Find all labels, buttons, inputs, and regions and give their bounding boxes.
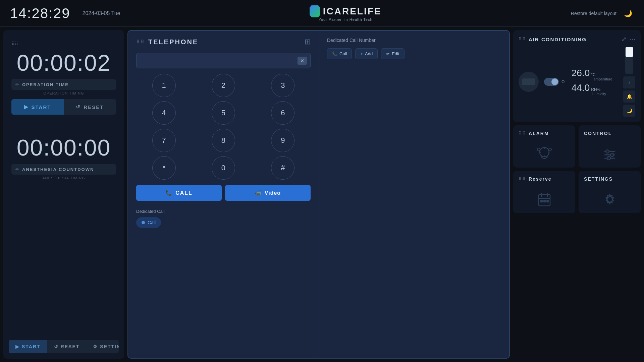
- dedicated-number-section: Dedicated Call Number 📞 Call + Add ✏ Ed: [327, 38, 501, 59]
- reserve-title: ⠿⠿ Reserve: [519, 176, 552, 182]
- reserve-header: ⠿⠿ Reserve: [519, 176, 570, 182]
- telephone-right: Dedicated Call Number 📞 Call + Add ✏ Ed: [319, 31, 509, 358]
- play-icon: ▶: [24, 104, 29, 110]
- ac-toggle-row: O: [544, 78, 565, 86]
- moon-icon[interactable]: 🌙: [622, 7, 634, 19]
- alarm-header: ⠿⠿ ALARM: [519, 131, 570, 136]
- operation-timer-buttons: ▶ START ↺ RESET: [11, 99, 116, 115]
- dial-btn-4[interactable]: 4: [152, 101, 176, 125]
- settings-title-text: SETTINGS: [584, 176, 613, 182]
- dial-btn-8[interactable]: 8: [212, 129, 235, 152]
- telephone-expand-button[interactable]: ⊞: [305, 38, 311, 46]
- ac-slider[interactable]: [625, 47, 633, 74]
- ac-music-icon[interactable]: ♪: [623, 76, 635, 88]
- dial-btn-0[interactable]: 0: [212, 156, 235, 180]
- header-logo: ICARELIFE Your Partner in Health Tech: [310, 5, 382, 21]
- telephone-left: ⠿⠿ TELEPHONE ⊞ ✕ 1 2 3 4 5 6 7: [128, 31, 319, 358]
- dedicated-call-button[interactable]: Call: [136, 217, 161, 228]
- logo-icon: [310, 5, 320, 17]
- reserve-drag-handle: ⠿⠿: [519, 177, 526, 181]
- bottom-buttons: ▶ START ↺ RESET ⚙ SETTINGS: [9, 340, 119, 353]
- reserve-title-text: Reserve: [529, 176, 552, 182]
- dedicated-call-action-button[interactable]: 📞 Call: [327, 48, 352, 59]
- video-label: Video: [265, 190, 281, 196]
- restore-layout-button[interactable]: Restore default layout: [571, 11, 616, 16]
- anesthesia-start-button[interactable]: ▶ START: [9, 340, 47, 353]
- dial-btn-star[interactable]: *: [152, 156, 176, 180]
- phone-input-row: ✕: [136, 53, 311, 68]
- edit-icon: ✏: [386, 51, 390, 56]
- dedicated-btn-label: Call: [148, 220, 156, 225]
- dial-btn-3[interactable]: 3: [271, 74, 294, 97]
- ac-dial-inner: [522, 78, 535, 85]
- dedicated-call-label: Dedicated Call: [136, 209, 311, 214]
- dial-btn-5[interactable]: 5: [212, 101, 235, 125]
- svg-point-12: [607, 157, 610, 160]
- ac-header: ⠿⠿ AIR CONDITIONING ⤢ ⋯: [519, 36, 635, 43]
- svg-point-5: [537, 148, 540, 151]
- dedicated-phone-icon: 📞: [332, 51, 337, 56]
- alarm-drag-handle: ⠿⠿: [519, 131, 526, 136]
- telephone-panel: ⠿⠿ TELEPHONE ⊞ ✕ 1 2 3 4 5 6 7: [127, 30, 510, 359]
- call-label: CALL: [175, 190, 193, 196]
- ac-moon-icon[interactable]: 🌙: [623, 105, 635, 117]
- phone-clear-button[interactable]: ✕: [298, 57, 307, 65]
- ac-expand-button[interactable]: ⤢: [622, 36, 627, 43]
- dial-btn-1[interactable]: 1: [152, 74, 176, 97]
- ac-humidity-value: 44.0: [572, 82, 590, 93]
- start-label: START: [32, 104, 51, 110]
- ac-more-button[interactable]: ⋯: [629, 36, 635, 43]
- logo-label: ICARELIFE: [323, 6, 382, 17]
- right-panel: ⠿⠿ AIR CONDITIONING ⤢ ⋯ O: [513, 30, 641, 359]
- dial-btn-7[interactable]: 7: [152, 129, 176, 152]
- bottom-reset-label: RESET: [61, 344, 80, 349]
- ac-bell-icon[interactable]: 🔔: [623, 90, 635, 103]
- phone-call-icon: 📞: [165, 190, 173, 196]
- operation-label-box: ✏ OPERATION TIME: [11, 79, 116, 90]
- svg-point-0: [540, 147, 549, 157]
- svg-rect-18: [543, 200, 546, 202]
- ac-title-text: AIR CONDITIONING: [529, 37, 587, 42]
- dial-btn-hash[interactable]: #: [271, 156, 294, 180]
- control-title-text: CONTROL: [584, 131, 612, 136]
- dedicated-dot: [142, 221, 145, 224]
- svg-rect-17: [540, 200, 543, 202]
- add-icon: +: [360, 51, 363, 56]
- dedicated-actions: 📞 Call + Add ✏ Edit: [327, 48, 501, 59]
- anesthesia-settings-button[interactable]: ⚙ SETTINGS: [86, 340, 119, 353]
- call-button[interactable]: 📞 CALL: [136, 185, 222, 201]
- dial-btn-9[interactable]: 9: [271, 129, 294, 152]
- control-title: CONTROL: [584, 131, 612, 136]
- reserve-settings-grid: ⠿⠿ Reserve: [513, 171, 641, 213]
- reserve-widget: ⠿⠿ Reserve: [513, 171, 575, 213]
- operation-sublabel: OPERATION TIMING: [11, 91, 116, 95]
- ac-temperature-value: 26.0: [572, 68, 590, 78]
- anesthesia-label: ANESTHESIA COUNTDOWN: [22, 167, 94, 172]
- dial-btn-6[interactable]: 6: [271, 101, 294, 125]
- dedicated-edit-button[interactable]: ✏ Edit: [381, 48, 404, 59]
- dedicated-add-button[interactable]: + Add: [355, 48, 378, 59]
- logo-sub: Your Partner in Health Tech: [319, 17, 373, 21]
- video-button[interactable]: 📹 Video: [225, 185, 311, 201]
- anesthesia-reset-button[interactable]: ↺ RESET: [47, 340, 87, 353]
- alarm-control-grid: ⠿⠿ ALARM: [513, 125, 641, 168]
- ac-dial[interactable]: [519, 72, 539, 92]
- operation-start-button[interactable]: ▶ START: [11, 99, 64, 115]
- telephone-drag-handle: ⠿⠿: [136, 39, 145, 45]
- phone-input[interactable]: [140, 57, 298, 64]
- divider-1: [9, 123, 119, 123]
- ac-toggle[interactable]: [544, 78, 559, 86]
- operation-reset-button[interactable]: ↺ RESET: [64, 99, 116, 115]
- dedicated-call-action-label: Call: [339, 51, 347, 56]
- settings-widget: SETTINGS: [579, 171, 641, 213]
- control-icon: [584, 145, 635, 162]
- alarm-title-text: ALARM: [529, 131, 549, 136]
- ac-toggle-label: O: [561, 79, 565, 84]
- add-label: Add: [365, 51, 373, 56]
- alarm-widget: ⠿⠿ ALARM: [513, 125, 575, 168]
- alarm-title: ⠿⠿ ALARM: [519, 131, 549, 136]
- settings-title: SETTINGS: [584, 176, 613, 182]
- bottom-settings-label: SETTINGS: [100, 344, 119, 349]
- dial-btn-2[interactable]: 2: [212, 74, 235, 97]
- ac-humidity-unit: RH%: [591, 87, 606, 92]
